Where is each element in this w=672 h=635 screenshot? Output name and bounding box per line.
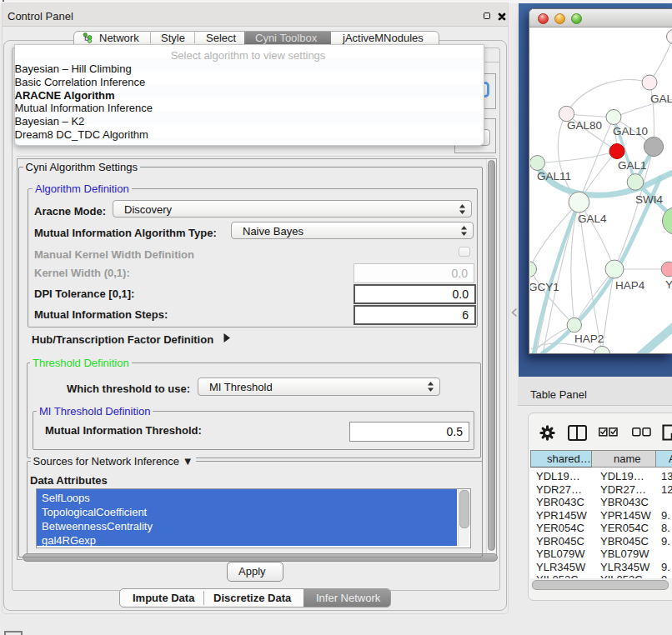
svg-text:Y: Y — [665, 278, 672, 291]
svg-text:SWI4: SWI4 — [635, 193, 663, 206]
svg-text:GAL80: GAL80 — [567, 119, 602, 132]
svg-text:GAL4: GAL4 — [578, 212, 607, 225]
svg-text:GAL11: GAL11 — [537, 170, 571, 182]
svg-text:GAL10: GAL10 — [613, 125, 648, 138]
svg-text:GAL1: GAL1 — [618, 159, 647, 172]
svg-text:GCY1: GCY1 — [530, 281, 559, 293]
svg-text:HAP2: HAP2 — [574, 332, 604, 345]
svg-text:GAL: GAL — [650, 92, 672, 105]
svg-text:HAP4: HAP4 — [615, 279, 645, 292]
